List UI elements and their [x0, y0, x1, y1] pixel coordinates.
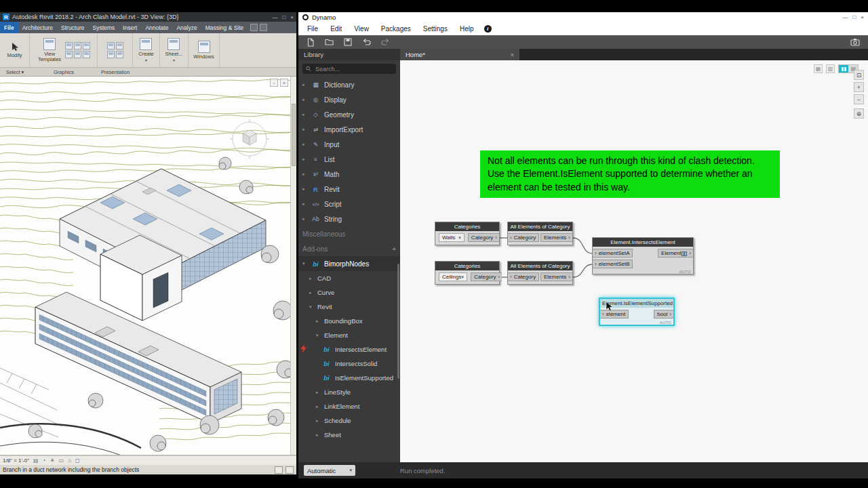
presets-icon[interactable]: ▥	[826, 64, 835, 73]
design-options-icon[interactable]	[285, 466, 294, 474]
modify-button[interactable]: Modify	[7, 42, 22, 58]
node-categories-ceilings[interactable]: Categories Ceilings ▾ Category ›	[435, 261, 500, 285]
node-title[interactable]: All Elements of Category	[508, 222, 572, 231]
dynamo-canvas[interactable]: Not all elements can be run through this…	[400, 60, 868, 462]
render-cloud-icon[interactable]	[116, 42, 123, 49]
input-port-category[interactable]: › Category	[508, 272, 539, 281]
node-all-elements-a[interactable]: All Elements of Category › Category Elem…	[507, 222, 573, 245]
library-item-element[interactable]: ▾ Element	[298, 328, 400, 342]
library-node-intersectselement[interactable]: bi IntersectsElement	[298, 342, 400, 357]
maximize-icon[interactable]: □	[852, 14, 856, 20]
library-scrollbar[interactable]	[397, 264, 399, 379]
input-port-elementsetb[interactable]: › elementSetB	[593, 260, 633, 268]
viewport-scrollbar[interactable]	[290, 77, 296, 455]
library-item-boundingbox[interactable]: ▸ BoundingBox	[298, 314, 400, 328]
view-templates-button[interactable]: View Templates	[37, 38, 62, 63]
new-file-icon[interactable]	[307, 38, 315, 47]
node-categories-walls[interactable]: Categories Walls ▾ Category ›	[435, 222, 500, 245]
close-icon[interactable]: ×	[290, 14, 294, 20]
library-item-linestyle[interactable]: ▸ LineStyle	[298, 385, 400, 399]
crop-region-icon[interactable]: ◻	[75, 458, 80, 464]
menu-edit[interactable]: Edit	[324, 25, 348, 33]
output-port-category[interactable]: Category ›	[468, 233, 499, 242]
menu-file[interactable]: File	[301, 25, 324, 33]
detail-level-icon[interactable]: ▤	[33, 458, 39, 464]
library-section-string[interactable]: ▸ Ab String	[298, 211, 400, 226]
crop-view-icon[interactable]: ⌂	[68, 458, 71, 464]
output-port-elements[interactable]: Elements ›	[540, 233, 572, 242]
zoom-out-button[interactable]: −	[854, 94, 864, 104]
visual-style-icon[interactable]: ◔	[43, 458, 46, 464]
library-section-script[interactable]: ▸ </> Script	[298, 197, 400, 211]
sheet-button[interactable]: Sheet... ▾	[165, 38, 183, 63]
category-dropdown[interactable]: Ceilings ▾	[439, 272, 467, 281]
tab-structure[interactable]: Structure	[57, 22, 89, 33]
note[interactable]: Not all elements can be run through this…	[480, 150, 780, 198]
library-section-input[interactable]: ▸ ✎ Input	[298, 137, 400, 152]
library-section-importexport[interactable]: ▸ ⇄ ImportExport	[298, 122, 400, 137]
minimize-icon[interactable]: —	[272, 14, 277, 20]
node-title[interactable]: Element.IntersectsElement	[593, 238, 693, 247]
library-item-linkelement[interactable]: ▸ LinkElement	[298, 399, 400, 413]
revit-3d-viewport[interactable]: ▫ ×	[0, 77, 296, 455]
walkthrough-icon[interactable]	[116, 51, 123, 58]
library-item-curve[interactable]: ▸ Curve	[298, 285, 400, 300]
filters-icon[interactable]	[74, 42, 81, 49]
run-mode-select[interactable]: Automatic ▾	[304, 465, 355, 476]
node-title[interactable]: All Elements of Category	[508, 262, 572, 270]
menu-settings[interactable]: Settings	[417, 25, 454, 33]
sun-path-icon[interactable]: ☀	[50, 458, 54, 464]
library-section-revit[interactable]: ▸ R Revit	[298, 182, 400, 197]
node-title[interactable]: Categories	[435, 262, 499, 270]
output-port-bool[interactable]: bool ›	[654, 310, 673, 319]
select-panel-label[interactable]: Select ▾	[0, 69, 30, 75]
tab-close-icon[interactable]: ×	[511, 52, 514, 58]
search-input[interactable]	[314, 65, 393, 73]
tab-architecture[interactable]: Architecture	[18, 22, 57, 33]
library-item-schedule[interactable]: ▸ Schedule	[298, 413, 400, 428]
windows-button[interactable]: Windows	[193, 41, 214, 60]
menu-packages[interactable]: Packages	[375, 25, 417, 33]
zoom-fit-button[interactable]: ⊡	[854, 70, 864, 80]
lacing-indicator[interactable]: AUTO	[660, 321, 671, 325]
notifications-icon[interactable]: i	[484, 25, 492, 33]
view-cube[interactable]	[230, 119, 269, 159]
library-section-math[interactable]: ▸ x² Math	[298, 167, 400, 182]
export-image-camera-icon[interactable]	[850, 38, 860, 46]
library-section-dictionary[interactable]: ▸ ▦ Dictionary	[298, 77, 400, 92]
revit-titlebar[interactable]: R Autodesk Revit 2018.2 - Arch Clash Mod…	[0, 12, 296, 22]
output-port-category[interactable]: Category ›	[471, 272, 502, 281]
menu-view[interactable]: View	[348, 25, 375, 33]
library-node-intersectssolid[interactable]: bi IntersectsSolid	[298, 357, 400, 371]
presentation-tools-grid[interactable]	[107, 42, 123, 58]
input-port-category[interactable]: › Category	[508, 233, 539, 242]
menu-help[interactable]: Help	[454, 25, 480, 33]
library-search[interactable]	[302, 64, 396, 74]
library-item-cad[interactable]: ▸ CAD	[298, 271, 400, 285]
add-package-icon[interactable]: +	[392, 245, 396, 253]
open-file-icon[interactable]	[325, 38, 334, 46]
view-close-icon[interactable]: ×	[280, 79, 288, 87]
tab-file[interactable]: File	[0, 22, 18, 33]
render-gallery-icon[interactable]	[107, 51, 115, 58]
tab-overflow-icons[interactable]	[250, 22, 267, 33]
export-workspace-icon[interactable]: ▦	[814, 64, 823, 73]
create-view-button[interactable]: Create ▾	[138, 38, 154, 63]
show-hidden-icon[interactable]	[65, 51, 73, 58]
input-port-elementseta[interactable]: › elementSetA	[593, 249, 633, 258]
library-section-display[interactable]: ▸ ◎ Display	[298, 92, 400, 107]
redo-icon[interactable]	[381, 38, 390, 46]
dynamo-titlebar[interactable]: Dynamo — □ ×	[298, 12, 868, 22]
node-title[interactable]: Categories	[435, 222, 499, 231]
render-icon[interactable]	[107, 42, 115, 49]
zoom-in-button[interactable]: +	[854, 82, 864, 92]
graph-view-icon[interactable]	[839, 65, 848, 73]
pan-button[interactable]: ⊕	[854, 108, 864, 119]
lacing-indicator[interactable]: AUTO	[679, 270, 691, 274]
save-icon[interactable]	[344, 38, 352, 46]
tab-systems[interactable]: Systems	[89, 22, 119, 33]
package-bimorphnodes[interactable]: ▾ bi BimorphNodes	[298, 256, 400, 271]
library-item-revit[interactable]: ▾ Revit	[298, 300, 400, 314]
tab-massing-site[interactable]: Massing & Site	[201, 22, 248, 33]
library-section-list[interactable]: ▸ ≡ List	[298, 152, 400, 167]
